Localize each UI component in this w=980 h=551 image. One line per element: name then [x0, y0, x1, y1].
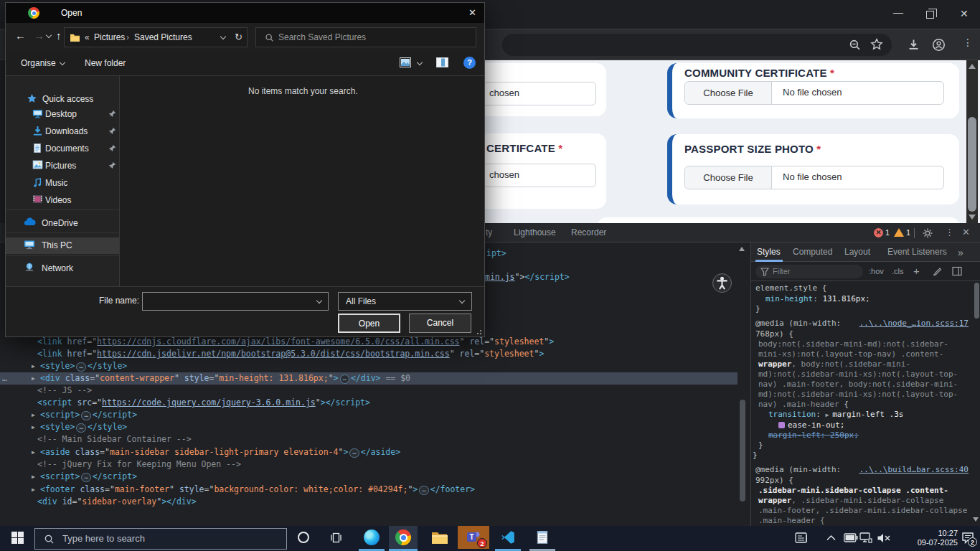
style-rule-line[interactable]: 768px) { — [755, 329, 793, 339]
sidebar-item-videos[interactable]: Videos — [6, 192, 119, 209]
styles-scrollbar-thumb[interactable] — [974, 283, 979, 319]
style-rule-line[interactable]: wrapper, body:not(.sidebar-mini- — [758, 359, 910, 369]
code-line[interactable]: <!-- jQuery Fix for Keeping Menu Open --… — [0, 458, 738, 471]
panel-layout-icon[interactable] — [952, 266, 962, 276]
file-input-fragment-1[interactable]: chosen — [485, 82, 596, 105]
taskbar-edge[interactable] — [357, 526, 386, 549]
scroll-up-icon[interactable] — [969, 64, 976, 69]
dialog-close-icon[interactable]: ✕ — [468, 7, 476, 18]
history-chevron-icon[interactable] — [46, 32, 52, 38]
style-rule-line[interactable]: 992px) { — [755, 476, 793, 485]
new-rule-plus-icon[interactable]: + — [913, 265, 920, 277]
taskbar-clock[interactable]: 10:27 09-07-2025 — [908, 529, 958, 547]
help-icon[interactable]: ? — [463, 57, 476, 69]
cancel-button[interactable]: Cancel — [409, 314, 471, 333]
style-rule-line[interactable]: } — [758, 441, 763, 450]
code-line[interactable]: …▶<div class="content-wrapper" style="mi… — [0, 372, 738, 385]
preview-pane-icon[interactable] — [436, 57, 448, 67]
organise-chevron-icon[interactable] — [60, 60, 65, 65]
file-name-input[interactable] — [142, 292, 329, 311]
style-rule-line[interactable]: nav) .main-footer, body:not(.sidebar-min… — [758, 380, 958, 389]
expand-arrow-icon[interactable]: ▶ — [32, 446, 35, 458]
code-line[interactable]: <link href="https://cdnjs.cloudflare.com… — [0, 336, 738, 348]
pin-icon[interactable] — [108, 144, 116, 154]
organise-button[interactable]: Organise — [21, 58, 56, 68]
bezier-swatch-icon[interactable] — [778, 422, 785, 428]
menu-dots-icon[interactable]: ⋮ — [963, 37, 973, 48]
expand-ellipsis-icon[interactable]: … — [76, 423, 85, 433]
file-input[interactable]: Choose FileNo file chosen — [684, 81, 944, 105]
style-rule-line[interactable]: } — [755, 304, 760, 314]
code-line[interactable]: ▶<style>…</style> — [0, 360, 738, 372]
tab-recorder[interactable]: Recorder — [571, 227, 606, 237]
new-folder-button[interactable]: New folder — [85, 58, 126, 68]
page-scrollbar[interactable] — [966, 60, 978, 223]
style-rule-line[interactable]: @media (min-width: — [755, 319, 841, 328]
code-line[interactable]: ▶<script>…</script> — [0, 471, 738, 483]
code-line[interactable]: <script src="https://code.jquery.com/jqu… — [0, 397, 738, 409]
dialog-filelist[interactable]: No items match your search. — [121, 76, 484, 286]
accessibility-person-icon[interactable] — [712, 273, 732, 293]
choose-file-button[interactable]: Choose File — [685, 166, 772, 189]
sidebar-item-quick-access[interactable]: Quick access — [6, 91, 119, 108]
action-center-button[interactable]: 2 — [961, 532, 975, 547]
style-rule-line[interactable]: element.style { — [755, 283, 826, 293]
stylesheet-source-link[interactable]: ..\..\build…bar.scss:40 — [859, 465, 969, 474]
style-rule-line[interactable]: ease-in-out; — [778, 420, 844, 430]
style-rule-line[interactable]: .sidebar-mini.sidebar-collapse .content- — [758, 486, 948, 495]
expand-ellipsis-icon[interactable]: … — [81, 411, 90, 420]
back-icon[interactable]: ← — [15, 29, 26, 42]
style-rule-line[interactable]: min-height: 131.816px; — [765, 294, 870, 303]
style-rule-line[interactable]: mini-xs):not(.layout-top-nav) .content- — [758, 349, 943, 359]
expand-ellipsis-icon[interactable]: … — [81, 473, 90, 482]
expand-arrow-icon[interactable]: ▶ — [32, 421, 35, 433]
more-tabs-icon[interactable]: » — [958, 247, 963, 258]
sidebar-item-documents[interactable]: Documents — [6, 141, 119, 157]
tab-event-listeners[interactable]: Event Listeners — [887, 247, 947, 257]
expand-ellipsis-icon[interactable]: … — [349, 448, 359, 458]
style-rule-line[interactable]: md):not(.sidebar-mini-xs):not(.layout-to… — [758, 369, 958, 379]
style-rule-line[interactable]: md):not(.sidebar-mini-xs):not(.layout-to… — [758, 390, 958, 399]
profile-icon[interactable] — [932, 38, 946, 52]
style-rule-line[interactable]: wrapper, .sidebar-mini.sidebar-collapse — [758, 496, 943, 505]
address-chevron-icon[interactable] — [220, 34, 226, 39]
settings-gear-icon[interactable] — [922, 227, 933, 239]
style-rule-line[interactable]: nav) .main-header { — [758, 400, 849, 409]
pin-icon[interactable] — [108, 110, 116, 120]
code-line[interactable]: ▶<style>…</style> — [0, 421, 738, 433]
scrollbar-thumb[interactable] — [968, 117, 976, 212]
taskbar-notepad[interactable] — [528, 526, 557, 549]
network-icon[interactable] — [859, 532, 872, 544]
code-line[interactable]: ▶<footer class="main-footer" style="back… — [0, 484, 738, 496]
cls-toggle[interactable]: .cls — [892, 267, 904, 276]
style-rule-line[interactable]: .main-header { — [758, 516, 825, 525]
expand-ellipsis-icon[interactable]: … — [76, 362, 85, 372]
view-chevron-icon[interactable] — [417, 60, 423, 65]
taskbar-chrome[interactable] — [389, 526, 418, 549]
downloads-icon[interactable] — [907, 38, 920, 52]
code-fragment[interactable]: min.js"></script> — [485, 271, 570, 283]
taskbar-vscode[interactable] — [494, 526, 522, 549]
refresh-icon[interactable]: ↻ — [235, 32, 242, 42]
code-line[interactable]: <!-- JS --> — [0, 385, 738, 397]
cortana-button[interactable] — [287, 526, 320, 549]
brush-icon[interactable] — [932, 266, 942, 276]
code-line[interactable]: ▶<script>…</script> — [0, 409, 738, 421]
file-input[interactable]: Choose FileNo file chosen — [684, 166, 944, 189]
sidebar-item-this-pc[interactable]: This PC — [6, 237, 119, 254]
expand-arrow-icon[interactable]: ▶ — [32, 409, 35, 421]
minimize-icon[interactable]: — — [893, 6, 903, 18]
scroll-down-icon[interactable] — [969, 215, 976, 220]
sidebar-item-network[interactable]: Network — [6, 260, 119, 277]
expand-arrow-icon[interactable]: ▶ — [32, 372, 35, 385]
style-rule-line[interactable]: transition: ▶ margin-left .3s — [768, 410, 903, 420]
error-count[interactable]: 1 — [885, 228, 890, 237]
style-rule-line[interactable]: @media (min-width: — [755, 465, 841, 474]
forward-icon[interactable]: → — [34, 29, 44, 42]
zoom-icon[interactable] — [849, 39, 861, 51]
breadcrumb-saved-pictures[interactable]: Saved Pictures — [134, 32, 192, 42]
volume-muted-icon[interactable] — [877, 532, 891, 544]
task-view-button[interactable] — [320, 526, 352, 549]
elements-scrollbar-thumb[interactable] — [740, 400, 745, 501]
expand-arrow-icon[interactable]: ▶ — [32, 360, 35, 372]
